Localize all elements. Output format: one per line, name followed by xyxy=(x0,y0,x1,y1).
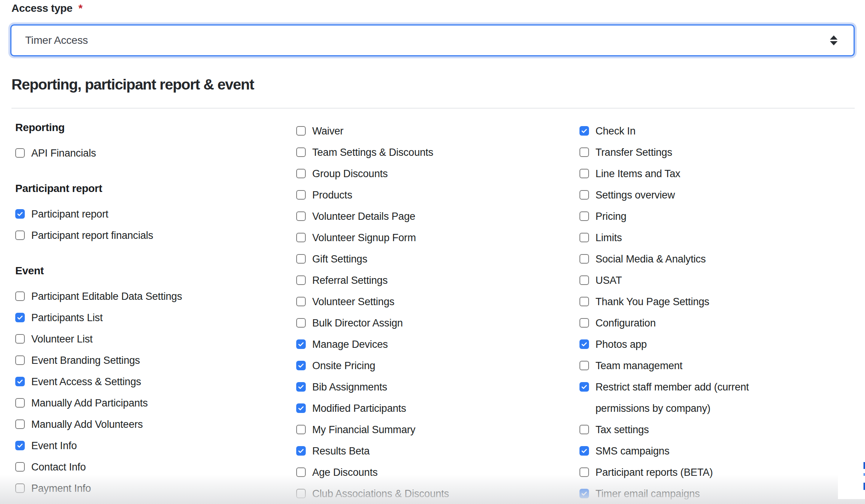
permission-row-club-associations-discounts[interactable]: Club Associations & Discounts xyxy=(296,483,573,504)
permission-row-social-media-analytics[interactable]: Social Media & Analytics xyxy=(579,248,865,270)
checkbox-unchecked-group-discounts[interactable] xyxy=(296,169,306,178)
permission-row-group-discounts[interactable]: Group Discounts xyxy=(296,163,573,184)
checkbox-unchecked-volunteer-details-page[interactable] xyxy=(296,211,306,221)
checkbox-unchecked-pricing[interactable] xyxy=(579,211,589,221)
checkbox-unchecked-payment-info[interactable] xyxy=(15,483,25,493)
permission-row-team-management[interactable]: Team management xyxy=(579,355,865,376)
access-type-select[interactable]: Timer Access xyxy=(10,24,855,56)
permission-row-timer-email-campaigns[interactable]: Timer email campaigns xyxy=(579,483,865,504)
permission-label: Gift Settings xyxy=(312,248,367,270)
checkbox-checked-participant-report[interactable] xyxy=(15,209,25,219)
permission-row-tax-settings[interactable]: Tax settings xyxy=(579,419,865,440)
checkbox-unchecked-settings-overview[interactable] xyxy=(579,190,589,200)
permission-row-participant-report-financials[interactable]: Participant report financials xyxy=(15,225,286,246)
checkbox-unchecked-my-financial-summary[interactable] xyxy=(296,425,306,434)
permission-row-participant-editable-data-settings[interactable]: Participant Editable Data Settings xyxy=(15,286,286,307)
checkbox-checked-manage-devices[interactable] xyxy=(296,339,306,349)
checkbox-checked-photos-app[interactable] xyxy=(579,339,589,349)
permission-row-manage-devices[interactable]: Manage Devices xyxy=(296,334,573,355)
permission-row-payment-info[interactable]: Payment Info xyxy=(15,478,286,499)
permission-row-bib-assignments[interactable]: Bib Assignments xyxy=(296,376,573,398)
checkbox-checked-modified-participants[interactable] xyxy=(296,403,306,413)
checkbox-checked-sms-campaigns[interactable] xyxy=(579,446,589,456)
permission-row-participant-reports-beta[interactable]: Participant reports (BETA) xyxy=(579,462,865,483)
checkbox-unchecked-contact-info[interactable] xyxy=(15,462,25,472)
checkbox-unchecked-bulk-director-assign[interactable] xyxy=(296,318,306,328)
permission-row-event-access-settings[interactable]: Event Access & Settings xyxy=(15,371,286,392)
permission-row-referral-settings[interactable]: Referral Settings xyxy=(296,270,573,291)
checkbox-unchecked-volunteer-list[interactable] xyxy=(15,334,25,344)
checkbox-unchecked-referral-settings[interactable] xyxy=(296,275,306,285)
checkbox-unchecked-transfer-settings[interactable] xyxy=(579,147,589,157)
permission-row-check-in[interactable]: Check In xyxy=(579,120,865,142)
checkbox-unchecked-tax-settings[interactable] xyxy=(579,425,589,434)
permission-row-volunteer-settings[interactable]: Volunteer Settings xyxy=(296,291,573,312)
permission-row-contact-info[interactable]: Contact Info xyxy=(15,456,286,478)
permission-row-volunteer-list[interactable]: Volunteer List xyxy=(15,328,286,350)
checkbox-unchecked-team-management[interactable] xyxy=(579,361,589,370)
permission-row-configuration[interactable]: Configuration xyxy=(579,312,865,334)
checkbox-unchecked-age-discounts[interactable] xyxy=(296,467,306,477)
checkbox-checked-participants-list[interactable] xyxy=(15,313,25,322)
permission-label: Event Branding Settings xyxy=(31,350,140,371)
permission-row-usat[interactable]: USAT xyxy=(579,270,865,291)
checkbox-unchecked-products[interactable] xyxy=(296,190,306,200)
checkbox-unchecked-participant-report-financials[interactable] xyxy=(15,230,25,240)
checkbox-checked-event-info[interactable] xyxy=(15,441,25,450)
permission-row-thank-you-page-settings[interactable]: Thank You Page Settings xyxy=(579,291,865,312)
checkbox-unchecked-volunteer-settings[interactable] xyxy=(296,297,306,306)
permission-label: Onsite Pricing xyxy=(312,355,375,376)
permission-row-bulk-director-assign[interactable]: Bulk Director Assign xyxy=(296,312,573,334)
permission-row-settings-overview[interactable]: Settings overview xyxy=(579,184,865,206)
checkbox-unchecked-volunteer-signup-form[interactable] xyxy=(296,233,306,242)
checkbox-unchecked-configuration[interactable] xyxy=(579,318,589,328)
checkbox-checked-results-beta[interactable] xyxy=(296,446,306,456)
checkbox-unchecked-manually-add-participants[interactable] xyxy=(15,398,25,408)
permission-row-volunteer-details-page[interactable]: Volunteer Details Page xyxy=(296,206,573,227)
permission-row-pricing[interactable]: Pricing xyxy=(579,206,865,227)
checkbox-unchecked-line-items-and-tax[interactable] xyxy=(579,169,589,178)
checkbox-unchecked-gift-settings[interactable] xyxy=(296,254,306,264)
checkbox-checked-check-in[interactable] xyxy=(579,126,589,136)
checkbox-unchecked-club-associations-discounts[interactable] xyxy=(296,489,306,498)
checkbox-unchecked-thank-you-page-settings[interactable] xyxy=(579,297,589,306)
checkbox-unchecked-manually-add-volunteers[interactable] xyxy=(15,419,25,429)
permission-row-sms-campaigns[interactable]: SMS campaigns xyxy=(579,440,865,462)
checkbox-unchecked-waiver[interactable] xyxy=(296,126,306,136)
permission-row-team-settings-discounts[interactable]: Team Settings & Discounts xyxy=(296,142,573,163)
permission-row-age-discounts[interactable]: Age Discounts xyxy=(296,462,573,483)
checkbox-checked-event-access-settings[interactable] xyxy=(15,377,25,386)
permission-row-api-financials[interactable]: API Financials xyxy=(15,142,286,164)
checkbox-checked-timer-email-campaigns[interactable] xyxy=(579,489,589,498)
permission-row-line-items-and-tax[interactable]: Line Items and Tax xyxy=(579,163,865,184)
checkbox-unchecked-participant-reports-beta[interactable] xyxy=(579,467,589,477)
checkbox-checked-bib-assignments[interactable] xyxy=(296,382,306,392)
checkbox-unchecked-social-media-analytics[interactable] xyxy=(579,254,589,264)
permission-row-event-branding-settings[interactable]: Event Branding Settings xyxy=(15,350,286,371)
checkbox-unchecked-api-financials[interactable] xyxy=(15,148,25,158)
permission-row-photos-app[interactable]: Photos app xyxy=(579,334,865,355)
permission-row-manually-add-participants[interactable]: Manually Add Participants xyxy=(15,392,286,414)
checkbox-unchecked-usat[interactable] xyxy=(579,275,589,285)
permission-row-transfer-settings[interactable]: Transfer Settings xyxy=(579,142,865,163)
checkbox-unchecked-event-branding-settings[interactable] xyxy=(15,355,25,365)
permission-row-limits[interactable]: Limits xyxy=(579,227,865,248)
permission-row-volunteer-signup-form[interactable]: Volunteer Signup Form xyxy=(296,227,573,248)
permission-row-participant-report[interactable]: Participant report xyxy=(15,203,286,225)
checkbox-unchecked-team-settings-discounts[interactable] xyxy=(296,147,306,157)
permission-row-results-beta[interactable]: Results Beta xyxy=(296,440,573,462)
checkbox-unchecked-participant-editable-data-settings[interactable] xyxy=(15,291,25,301)
permission-row-waiver[interactable]: Waiver xyxy=(296,120,573,142)
checkbox-checked-restrict-staff-member-add-current-permissions-by-company[interactable] xyxy=(579,382,589,392)
checkbox-checked-onsite-pricing[interactable] xyxy=(296,361,306,370)
checkbox-unchecked-limits[interactable] xyxy=(579,233,589,242)
permission-row-manually-add-volunteers[interactable]: Manually Add Volunteers xyxy=(15,414,286,435)
permission-row-participants-list[interactable]: Participants List xyxy=(15,307,286,328)
permission-row-my-financial-summary[interactable]: My Financial Summary xyxy=(296,419,573,440)
permission-row-restrict-staff-member-add-current-permissions-by-company[interactable]: Restrict staff member add (current permi… xyxy=(579,376,865,419)
permission-row-event-info[interactable]: Event Info xyxy=(15,435,286,456)
permission-row-gift-settings[interactable]: Gift Settings xyxy=(296,248,573,270)
permission-row-onsite-pricing[interactable]: Onsite Pricing xyxy=(296,355,573,376)
permission-row-modified-participants[interactable]: Modified Participants xyxy=(296,398,573,419)
permission-row-products[interactable]: Products xyxy=(296,184,573,206)
